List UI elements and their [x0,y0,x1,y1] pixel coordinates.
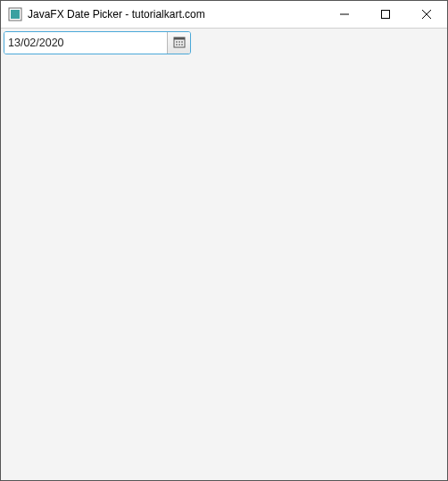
date-picker [4,31,191,54]
maximize-button[interactable] [365,1,406,28]
minimize-button[interactable] [324,1,365,28]
app-icon [8,7,22,21]
svg-rect-7 [174,37,185,40]
application-window: JavaFX Date Picker - tutorialkart.com [0,0,448,481]
window-title: JavaFX Date Picker - tutorialkart.com [28,8,324,21]
date-input[interactable] [4,32,167,54]
titlebar: JavaFX Date Picker - tutorialkart.com [1,1,447,29]
svg-rect-1 [11,10,20,19]
calendar-icon [173,36,186,51]
close-button[interactable] [406,1,447,28]
calendar-button[interactable] [167,32,190,54]
svg-rect-3 [382,11,390,19]
content-pane [1,29,447,480]
window-controls [324,1,447,28]
